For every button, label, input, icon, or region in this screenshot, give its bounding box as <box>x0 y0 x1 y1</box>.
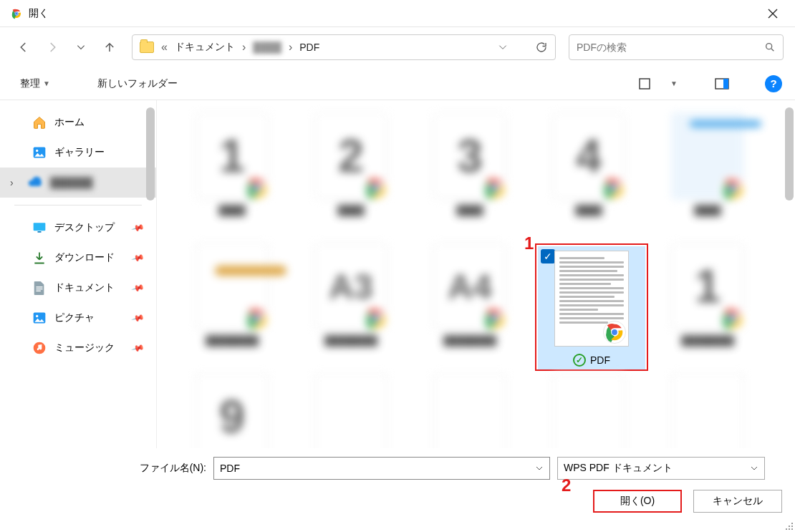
chevron-right-icon: › <box>289 41 292 54</box>
file-thumb[interactable] <box>654 374 761 448</box>
svg-point-38 <box>729 315 736 322</box>
sidebar-item-pictures[interactable]: ピクチャ 📌 <box>0 303 156 333</box>
recent-dropdown[interactable] <box>69 35 93 59</box>
file-thumb[interactable] <box>416 374 524 448</box>
svg-point-4 <box>766 44 772 49</box>
sidebar: ホーム ギャラリー › ██████ デスクトップ 📌 ダウンロード 📌 ドキュ… <box>0 100 156 448</box>
svg-point-25 <box>610 185 617 192</box>
file-thumb[interactable]: 2████ <box>297 113 405 233</box>
sidebar-label: ミュージック <box>54 342 115 354</box>
search-input[interactable] <box>577 42 764 53</box>
svg-rect-5 <box>640 79 650 89</box>
sidebar-item-downloads[interactable]: ダウンロード 📌 <box>0 243 156 273</box>
home-icon <box>32 115 47 130</box>
sidebar-item-desktop[interactable]: デスクトップ 📌 <box>0 213 156 243</box>
filename-input[interactable]: PDF <box>213 457 550 480</box>
help-button[interactable]: ? <box>765 75 782 92</box>
filetype-select[interactable]: WPS PDF ドキュメント <box>557 457 765 480</box>
pin-icon: 📌 <box>131 281 145 295</box>
navbar: « ドキュメント › ████ › PDF <box>0 27 795 67</box>
file-thumb[interactable]: 4████ <box>535 113 642 233</box>
file-thumb[interactable]: A3████████ <box>297 243 405 364</box>
address-bar[interactable]: « ドキュメント › ████ › PDF <box>132 34 556 60</box>
search-icon[interactable] <box>764 42 776 53</box>
svg-point-36 <box>612 329 617 335</box>
svg-point-19 <box>254 185 261 192</box>
sidebar-label: ギャラリー <box>54 146 105 159</box>
svg-point-9 <box>36 150 38 152</box>
file-thumb[interactable] <box>535 374 642 448</box>
close-button[interactable] <box>756 2 789 25</box>
sidebar-label: ピクチャ <box>54 311 95 324</box>
file-thumb[interactable]: 1████████ <box>654 243 761 364</box>
sidebar-item-home[interactable]: ホーム <box>0 107 156 137</box>
sidebar-item-current[interactable]: › ██████ <box>0 168 156 198</box>
sidebar-scrollbar[interactable] <box>146 107 155 200</box>
filename-value: PDF <box>220 463 240 474</box>
back-button[interactable] <box>11 35 36 59</box>
download-icon <box>32 250 47 266</box>
titlebar: 開く <box>0 0 795 27</box>
new-folder-button[interactable]: 新しいフォルダー <box>97 77 178 90</box>
dialog-title: 開く <box>29 7 756 20</box>
breadcrumb-level-2[interactable]: PDF <box>299 42 319 53</box>
search-box[interactable] <box>569 34 784 60</box>
view-dropdown[interactable]: ▼ <box>669 74 679 94</box>
sidebar-item-documents[interactable]: ドキュメント 📌 <box>0 273 156 303</box>
chrome-icon <box>10 7 23 20</box>
sidebar-label: ホーム <box>54 116 85 129</box>
pictures-icon <box>32 310 47 326</box>
preview-pane-button[interactable] <box>712 74 732 94</box>
svg-point-27 <box>730 185 737 193</box>
document-icon <box>32 280 47 296</box>
breadcrumb-level-1[interactable]: ████ <box>253 42 281 53</box>
chevron-right-icon: › <box>10 177 20 188</box>
gallery-icon <box>32 145 47 160</box>
filearea-scrollbar[interactable] <box>785 107 794 200</box>
file-label: PDF <box>590 354 610 366</box>
file-thumb[interactable]: A4████████ <box>416 243 524 364</box>
sidebar-item-music[interactable]: ミュージック 📌 <box>0 333 156 363</box>
up-button[interactable] <box>97 35 122 59</box>
organize-menu[interactable]: 整理▼ <box>20 77 50 90</box>
file-thumb[interactable] <box>297 374 405 448</box>
filetype-value: WPS PDF ドキュメント <box>564 462 673 475</box>
svg-rect-13 <box>36 289 42 289</box>
pin-icon: 📌 <box>131 311 145 325</box>
forward-button[interactable] <box>40 35 64 59</box>
svg-point-21 <box>372 185 380 192</box>
chrome-icon <box>602 320 627 344</box>
file-thumb[interactable]: ████████ <box>178 243 286 364</box>
cancel-button[interactable]: キャンセル <box>693 490 782 513</box>
filetype-dropdown-icon[interactable] <box>750 464 758 473</box>
sidebar-item-gallery[interactable]: ギャラリー <box>0 137 156 168</box>
desktop-icon <box>32 220 47 236</box>
resize-grip[interactable] <box>784 521 794 531</box>
selection-checkbox-icon[interactable]: ✓ <box>541 249 555 263</box>
svg-rect-10 <box>34 223 46 231</box>
file-thumb[interactable]: 1████ <box>178 113 286 233</box>
svg-point-3 <box>15 12 17 14</box>
file-thumb-selected[interactable]: ✓ ✓ PDF <box>535 243 648 371</box>
sidebar-label: ダウンロード <box>54 251 115 264</box>
svg-point-16 <box>36 315 38 317</box>
footer: ファイル名(N): PDF WPS PDF ドキュメント 開く(O) キャンセル <box>0 448 795 528</box>
file-thumb[interactable]: ████ <box>654 113 761 233</box>
svg-point-31 <box>372 315 380 322</box>
pin-icon: 📌 <box>131 251 145 265</box>
breadcrumb-level-0[interactable]: ドキュメント <box>175 41 235 54</box>
file-thumb[interactable]: 9 <box>178 374 286 448</box>
pin-icon: 📌 <box>131 341 145 355</box>
file-preview <box>554 251 629 347</box>
svg-rect-12 <box>36 286 42 287</box>
view-options-button[interactable] <box>636 74 656 94</box>
filename-dropdown-icon[interactable] <box>535 464 544 473</box>
open-button[interactable]: 開く(O) <box>593 490 682 513</box>
svg-point-23 <box>491 185 498 192</box>
file-thumb[interactable]: 3████ <box>416 113 524 233</box>
address-dropdown-icon[interactable] <box>498 42 508 52</box>
svg-rect-7 <box>723 79 728 89</box>
annotation-callout-1: 1 <box>524 233 534 253</box>
dialog-body: ホーム ギャラリー › ██████ デスクトップ 📌 ダウンロード 📌 ドキュ… <box>0 100 795 448</box>
refresh-button[interactable] <box>535 41 548 54</box>
